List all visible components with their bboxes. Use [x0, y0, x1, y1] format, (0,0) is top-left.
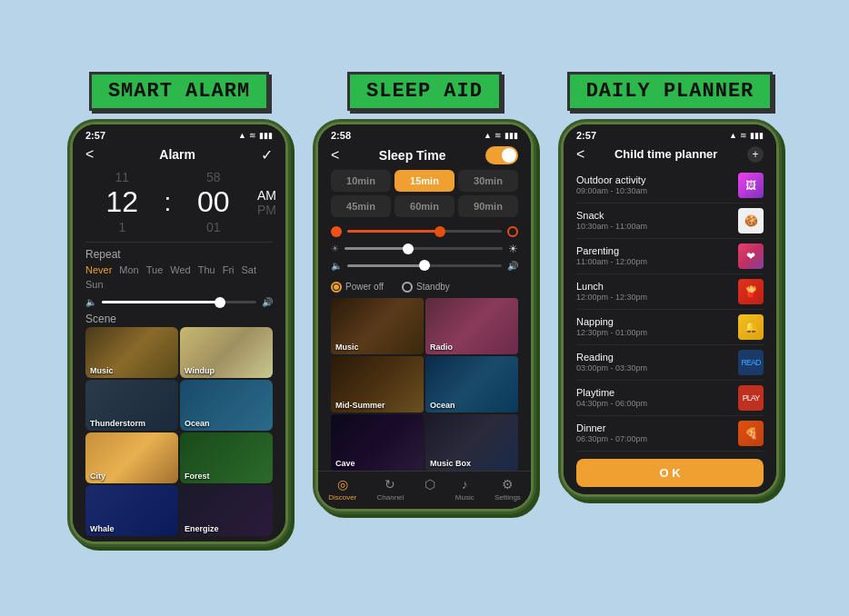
sleep-vol-low-icon: 🔈	[331, 261, 342, 271]
sleep-scene-music[interactable]: Music	[331, 298, 424, 354]
timer-45min[interactable]: 45min	[331, 195, 391, 217]
color-dot-outline	[507, 226, 518, 237]
nav-discover[interactable]: ◎ Discover	[328, 477, 356, 502]
scene-whale[interactable]: Whale	[85, 485, 178, 536]
scene-windup[interactable]: Windup	[180, 327, 273, 378]
planner-list: Outdoor activity 09:00am - 10:30am 🖼 Sna…	[564, 168, 776, 452]
planner-item-napping[interactable]: Napping 12:30pm - 01:00pm 🔔	[576, 310, 764, 345]
repeat-day-wed[interactable]: Wed	[170, 264, 190, 275]
color-slider[interactable]	[347, 230, 502, 233]
timer-90min[interactable]: 90min	[458, 195, 518, 217]
sleep-volume-slider[interactable]	[347, 264, 502, 267]
volume-low-icon: 🔈	[85, 297, 96, 307]
am-option[interactable]: AM	[257, 188, 276, 203]
nav-star[interactable]: ⬡	[424, 477, 435, 502]
sleep-status-time: 2:58	[331, 130, 351, 141]
sleep-screen: 2:58 ▲ ≋ ▮▮▮ < Sleep Time	[318, 124, 531, 509]
nav-settings[interactable]: ⚙ Settings	[494, 477, 521, 502]
sleep-aid-phone: 2:58 ▲ ≋ ▮▮▮ < Sleep Time	[315, 122, 534, 512]
sleep-scene-radio[interactable]: Radio	[425, 298, 518, 354]
repeat-day-fri[interactable]: Fri	[223, 264, 235, 275]
planner-status-time: 2:57	[576, 130, 596, 141]
channel-icon: ↻	[385, 477, 395, 492]
scene-energize[interactable]: Energize	[180, 485, 273, 536]
repeat-day-mon[interactable]: Mon	[119, 264, 138, 275]
scene-thunderstorm[interactable]: Thunderstorm	[85, 380, 178, 431]
timer-60min[interactable]: 60min	[395, 195, 454, 217]
nav-channel[interactable]: ↻ Channel	[377, 477, 405, 502]
standby-label: Standby	[416, 282, 450, 292]
repeat-day-never[interactable]: Never	[85, 264, 112, 275]
planner-item-lunch[interactable]: Lunch 12:00pm - 12:30pm 🍟	[576, 274, 764, 310]
planner-item-playtime[interactable]: Playtime 04:30pm - 06:00pm PLAY	[576, 381, 764, 416]
minute-below: 01	[206, 219, 221, 237]
brightness-high-icon: ☀	[508, 243, 518, 255]
repeat-label: Repeat	[85, 248, 273, 261]
signal-icon: ▲	[238, 131, 246, 140]
sleep-scene-ocean[interactable]: Ocean	[425, 356, 518, 412]
sleep-back-button[interactable]: <	[331, 147, 339, 164]
repeat-day-thu[interactable]: Thu	[198, 264, 215, 275]
nav-discover-label: Discover	[328, 493, 356, 502]
daily-planner-title: DAILY PLANNER	[567, 72, 774, 111]
daily-planner-section: DAILY PLANNER 2:57 ▲ ≋ ▮▮▮ < Child time …	[561, 72, 779, 497]
pm-option[interactable]: PM	[257, 203, 276, 217]
check-button[interactable]: ✓	[261, 146, 273, 164]
repeat-day-sun[interactable]: Sun	[85, 279, 104, 290]
sleep-scene-musicbox[interactable]: Music Box	[425, 414, 518, 471]
hour-col: 11 12 1	[82, 169, 163, 236]
power-off-option[interactable]: Power off	[331, 282, 384, 293]
timer-15min[interactable]: 15min	[395, 170, 454, 192]
back-button[interactable]: <	[85, 146, 94, 163]
ok-button[interactable]: O K	[576, 459, 764, 487]
nav-music[interactable]: ♪ Music	[455, 477, 474, 502]
sleep-radio-row: Power off Standby	[318, 280, 531, 298]
repeat-day-tue[interactable]: Tue	[146, 264, 164, 275]
planner-item-parenting[interactable]: Parenting 11:00am - 12:00pm ❤	[576, 239, 764, 274]
planner-item-reading[interactable]: Reading 03:00pm - 03:30pm READ	[576, 345, 764, 381]
repeat-section: Repeat Never Mon Tue Wed Thu Fri Sat Sun	[73, 248, 285, 293]
scene-forest[interactable]: Forest	[180, 432, 273, 483]
nav-channel-label: Channel	[377, 493, 405, 502]
scene-city[interactable]: City	[85, 432, 178, 483]
scene-label: Scene	[73, 311, 285, 327]
repeat-day-sat[interactable]: Sat	[242, 264, 257, 275]
sleep-battery-icon: ▮▮▮	[504, 131, 518, 140]
minute-col: 58 00 01	[173, 169, 254, 236]
standby-radio[interactable]	[402, 282, 413, 293]
scene-music[interactable]: Music	[85, 327, 178, 378]
standby-option[interactable]: Standby	[402, 282, 450, 293]
volume-slider[interactable]	[102, 301, 256, 303]
power-off-radio[interactable]	[331, 282, 342, 293]
scene-ocean[interactable]: Ocean	[180, 380, 273, 431]
minute-current[interactable]: 00	[197, 186, 230, 218]
timer-10min[interactable]: 10min	[331, 170, 391, 192]
sleep-scene-midsummer[interactable]: Mid-Summer	[331, 356, 424, 412]
sleep-sliders: ☀ ☀ 🔈 🔊	[318, 223, 531, 280]
timer-30min[interactable]: 30min	[458, 170, 518, 192]
scene-grid: Music Windup Thunderstorm Ocean City	[85, 327, 273, 536]
planner-status-bar: 2:57 ▲ ≋ ▮▮▮	[564, 124, 776, 143]
wifi-icon: ≋	[249, 131, 256, 140]
planner-screen: 2:57 ▲ ≋ ▮▮▮ < Child time planner +	[564, 124, 776, 494]
music-icon: ♪	[462, 477, 468, 492]
planner-item-dinner[interactable]: Dinner 06:30pm - 07:00pm 🍕	[576, 416, 764, 452]
sleep-vol-high-icon: 🔊	[507, 261, 518, 271]
sleep-toggle[interactable]	[485, 146, 518, 164]
time-picker: 11 12 1 : 58 00 01 AM PM	[73, 169, 285, 236]
sleep-scene-cave[interactable]: Cave	[331, 414, 424, 471]
hour-above: 11	[115, 169, 130, 187]
volume-high-icon: 🔊	[262, 297, 273, 307]
sleep-nav: < Sleep Time	[318, 143, 531, 170]
hour-current[interactable]: 12	[106, 186, 139, 218]
planner-item-outdoor[interactable]: Outdoor activity 09:00am - 10:30am 🖼	[576, 168, 764, 204]
sleep-wifi-icon: ≋	[494, 131, 502, 140]
sleep-status-bar: 2:58 ▲ ≋ ▮▮▮	[318, 124, 531, 143]
planner-item-snack[interactable]: Snack 10:30am - 11:00am 🍪	[576, 204, 764, 239]
planner-back-button[interactable]: <	[576, 146, 584, 163]
brightness-slider[interactable]	[345, 247, 503, 250]
add-button[interactable]: +	[747, 146, 764, 163]
alarm-nav: < Alarm ✓	[73, 143, 285, 169]
color-dot	[331, 226, 342, 237]
settings-icon: ⚙	[502, 477, 514, 492]
